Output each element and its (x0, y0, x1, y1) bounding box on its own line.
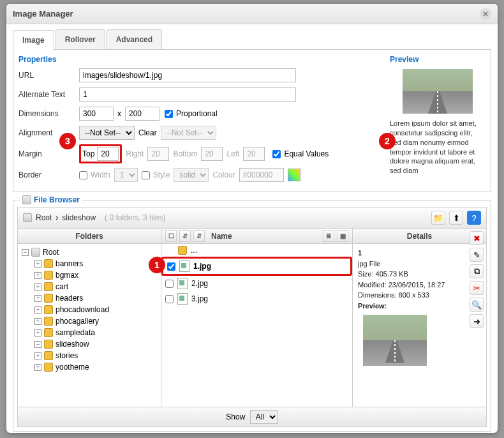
help-icon[interactable]: ? (467, 211, 481, 225)
color-swatch-icon[interactable] (288, 169, 300, 181)
tree-folder[interactable]: sampledata (56, 328, 95, 337)
delete-icon[interactable]: ✖ (470, 231, 484, 245)
view-grid-icon[interactable]: ▦ (337, 230, 348, 242)
tab-advanced[interactable]: Advanced (107, 29, 162, 49)
width-field[interactable] (79, 107, 114, 121)
tree-expand-icon[interactable]: + (34, 364, 41, 371)
insert-file-icon[interactable]: ➜ (470, 314, 484, 328)
tree-folder[interactable]: yootheme (56, 363, 89, 372)
folder-icon (44, 328, 53, 337)
tree-folder[interactable]: banners (56, 259, 83, 268)
show-label: Show (226, 412, 245, 421)
breadcrumb-root[interactable]: Root (36, 213, 52, 222)
close-icon[interactable]: ✕ (480, 8, 491, 20)
detail-modified-label: Modified: (358, 281, 387, 289)
file-checkbox[interactable] (165, 295, 174, 303)
equal-values-checkbox[interactable] (272, 150, 281, 158)
folder-icon (44, 282, 53, 291)
tree-expand-icon[interactable]: − (34, 341, 41, 348)
margin-top-field[interactable] (97, 147, 119, 161)
border-label: Border (19, 170, 79, 179)
tree-expand-icon[interactable]: + (34, 352, 41, 359)
tree-folder[interactable]: phocadownload (56, 305, 109, 314)
folder-icon (44, 271, 53, 280)
file-checkbox[interactable] (167, 262, 175, 271)
file-browser-legend: File Browser (20, 195, 82, 204)
dialog-title: Image Manager (13, 9, 73, 19)
alignment-select[interactable]: --Not Set-- (79, 126, 135, 140)
tree-folder[interactable]: stories (56, 351, 78, 360)
margin-top-label: Top (82, 149, 94, 158)
image-file-icon (179, 261, 189, 272)
detail-size: 405.73 KB (376, 270, 408, 278)
clear-select[interactable]: --Not Set-- (161, 126, 216, 140)
file-checkbox[interactable] (165, 280, 174, 288)
file-name[interactable]: 2.jpg (191, 279, 208, 288)
equal-values-label: Equal Values (284, 149, 329, 158)
folder-icon (44, 317, 53, 326)
border-width-checkbox[interactable] (79, 171, 87, 179)
sort-name-icon[interactable]: ⇵ (193, 230, 205, 242)
tab-image[interactable]: Image (13, 30, 54, 50)
border-style-checkbox[interactable] (142, 171, 150, 179)
proportional-label: Proportional (176, 109, 218, 118)
tree-expand-icon[interactable]: + (34, 318, 41, 325)
tab-bar: Image Rollover Advanced (13, 29, 491, 50)
upload-icon[interactable]: ⬆ (449, 211, 463, 225)
margin-left-label: Left (226, 149, 239, 158)
folder-icon (44, 294, 53, 303)
preview-lorem: Lorem ipsum dolor sit amet, consetetur s… (390, 119, 485, 176)
drive-icon (23, 213, 32, 222)
url-field[interactable] (79, 68, 296, 82)
tree-expand-icon[interactable]: + (34, 295, 41, 302)
proportional-checkbox[interactable] (165, 110, 173, 118)
folder-tree: −Root +banners+bgmax+cart+headers+phocad… (18, 244, 161, 375)
tree-expand-icon[interactable]: + (34, 329, 41, 336)
border-colour-field[interactable] (239, 168, 284, 182)
cut-icon[interactable]: ✂ (470, 281, 484, 295)
dimensions-x: x (117, 109, 121, 118)
file-name[interactable]: 1.jpg (193, 262, 211, 271)
view-list-icon[interactable]: ≣ (323, 230, 334, 242)
detail-type: jpg File (358, 260, 380, 268)
annotation-marker-1: 1 (149, 257, 165, 273)
margin-top-highlight: Top (79, 144, 122, 163)
tree-expand-icon[interactable]: + (34, 261, 41, 268)
margin-right-field (147, 147, 169, 161)
tree-root[interactable]: Root (43, 248, 59, 257)
tree-folder[interactable]: phocagallery (56, 317, 99, 326)
file-up[interactable]: ... (191, 246, 197, 255)
tree-folder[interactable]: cart (56, 282, 68, 291)
file-name[interactable]: 3.jpg (191, 294, 208, 303)
file-list: ...1.jpg2.jpg3.jpg (161, 244, 352, 306)
show-select[interactable]: All (250, 410, 278, 424)
tree-folder[interactable]: bgmax (56, 271, 78, 280)
folder-up-icon (178, 246, 187, 255)
drive-icon (31, 248, 40, 257)
sort-ext-icon[interactable]: ⇵ (179, 230, 191, 242)
disk-icon (22, 195, 31, 204)
copy-icon[interactable]: ⧉ (470, 264, 484, 278)
height-field[interactable] (125, 107, 159, 121)
new-folder-icon[interactable]: 📁 (431, 211, 445, 225)
tree-expand-icon[interactable]: + (34, 306, 41, 313)
tree-collapse-icon[interactable]: − (22, 249, 29, 256)
folder-icon (44, 259, 53, 268)
rename-icon[interactable]: ✎ (470, 248, 484, 262)
alt-field[interactable] (79, 87, 296, 102)
border-width-select[interactable]: 1 (114, 168, 138, 182)
detail-dimensions-label: Dimensions: (358, 291, 397, 299)
border-style-select[interactable]: solid (174, 168, 209, 182)
breadcrumb-current[interactable]: slideshow (62, 213, 96, 222)
select-all-checkbox[interactable]: ☐ (165, 230, 177, 242)
tree-folder[interactable]: headers (56, 294, 83, 303)
zoom-icon[interactable]: 🔍 (470, 298, 484, 312)
folder-summary: ( 0 folders, 3 files) (105, 213, 165, 222)
tab-rollover[interactable]: Rollover (56, 29, 105, 49)
tree-folder[interactable]: slideshow (56, 340, 89, 349)
tree-expand-icon[interactable]: + (34, 272, 41, 279)
detail-size-label: Size: (358, 270, 373, 278)
tree-expand-icon[interactable]: + (34, 283, 41, 291)
margin-bottom-field (201, 147, 223, 161)
margin-bottom-label: Bottom (173, 149, 197, 158)
